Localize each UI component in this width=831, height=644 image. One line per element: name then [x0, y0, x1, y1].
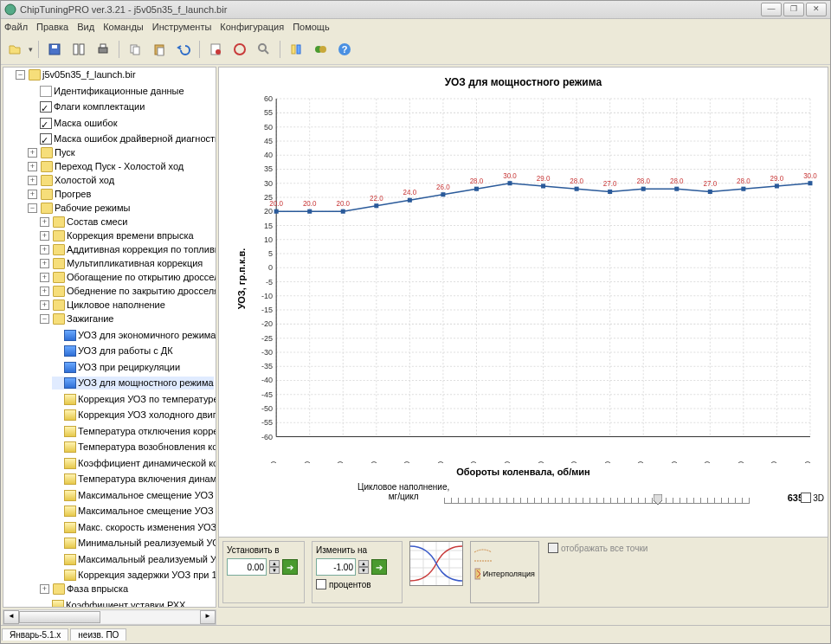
tree-item[interactable]: Температура возобновления коррекции У — [52, 441, 216, 454]
svg-text:28.0: 28.0 — [570, 177, 583, 185]
tree-item[interactable]: Идентификационные данные — [28, 85, 184, 98]
help-button[interactable]: ? — [334, 39, 355, 60]
menu-tools[interactable]: Инструменты — [152, 22, 212, 32]
tree-item[interactable]: Коэффициент уставки РХХ — [40, 599, 185, 609]
set-apply-button[interactable]: ➔ — [282, 559, 298, 575]
menu-config[interactable]: Конфигурация — [220, 22, 284, 32]
settings-button[interactable] — [286, 39, 306, 60]
3d-checkbox[interactable]: 3D — [801, 493, 824, 503]
plugin-button[interactable] — [310, 39, 331, 60]
svg-text:28.0: 28.0 — [670, 177, 684, 185]
tree-item[interactable]: + Холостой ход — [28, 174, 114, 187]
tree-h-scrollbar[interactable]: ◄► — [3, 609, 216, 625]
tree-item[interactable]: Макс. скорость изменения УОЗ — [52, 521, 216, 534]
menu-help[interactable]: Помощь — [293, 22, 330, 32]
open-button[interactable] — [4, 39, 25, 60]
status-tab-1[interactable]: Январь-5.1.x — [2, 628, 68, 641]
compare-button[interactable] — [68, 39, 89, 60]
tree-faza[interactable]: Фаза впрыска — [67, 583, 128, 596]
menu-bar: Файл Правка Вид Команды Инструменты Конф… — [1, 19, 830, 35]
svg-rect-138 — [775, 184, 779, 188]
search-button[interactable] — [254, 39, 274, 60]
tree-item[interactable]: ✓ Флаги комплектации — [28, 100, 145, 113]
show-all-checkbox[interactable]: отображать все точки — [548, 543, 828, 553]
tree-item[interactable]: УОЗ для работы с ДК — [52, 345, 173, 357]
tree-item[interactable]: УОЗ для мощностного режима — [52, 377, 214, 390]
change-value-input[interactable] — [316, 558, 356, 576]
tree-item[interactable]: + Состав смеси — [40, 216, 127, 229]
chart-title: УОЗ для мощностного режима — [219, 76, 828, 88]
tree-item[interactable]: Коррекция задержки УОЗ при 10240 об/м — [52, 569, 216, 582]
tree-item[interactable]: + Аддитивная коррекция по топливной плен… — [40, 243, 216, 256]
map-button[interactable] — [229, 39, 250, 60]
tree-item[interactable]: Максимальный реализуемый УОЗ — [52, 553, 216, 566]
minimize-button[interactable]: — — [761, 3, 782, 16]
set-spinner[interactable]: ▲▼ — [269, 560, 280, 574]
tree-item[interactable]: Минимальный реализуемый УОЗ — [52, 537, 216, 550]
close-button[interactable]: ✕ — [806, 3, 827, 16]
tree-item[interactable]: Максимальное смещение УОЗ при динам — [52, 489, 216, 502]
svg-text:-10: -10 — [261, 292, 273, 300]
tree-item[interactable]: Температура включения динамической ко — [52, 473, 216, 486]
tree-item[interactable]: + Коррекция времени впрыска — [40, 229, 194, 242]
svg-rect-128 — [608, 190, 612, 194]
menu-file[interactable]: Файл — [4, 22, 28, 32]
tree-item[interactable]: Коррекция УОЗ холодного двигателя в мо — [52, 409, 216, 422]
slider-thumb-icon[interactable] — [654, 494, 662, 506]
svg-text:4500: 4500 — [603, 461, 612, 463]
tree-item[interactable]: + Пуск — [28, 146, 75, 159]
svg-text:50: 50 — [264, 123, 273, 132]
tree-item[interactable]: + Переход Пуск - Холостой ход — [28, 160, 184, 173]
svg-text:15: 15 — [264, 222, 273, 230]
svg-rect-2 — [52, 45, 57, 48]
svg-point-14 — [259, 44, 266, 51]
status-tab-2[interactable]: неизв. ПО — [70, 628, 126, 641]
curve2-button[interactable] — [474, 557, 535, 565]
tree-item[interactable]: Коррекция УОЗ по температуре — [52, 393, 216, 406]
tree-item[interactable]: + Обеднение по закрытию дросселя — [40, 285, 216, 298]
svg-point-19 — [319, 46, 326, 53]
svg-text:29.0: 29.0 — [537, 175, 551, 183]
undo-button[interactable] — [173, 39, 194, 60]
tree-item[interactable]: + Мультипликативная коррекция — [40, 257, 203, 270]
curve1-button[interactable] — [474, 545, 535, 554]
paste-button[interactable] — [149, 39, 170, 60]
tree-item[interactable]: ✓ Маска ошибок драйверной диагностики — [28, 132, 216, 145]
svg-rect-132 — [674, 187, 679, 191]
tree-root[interactable]: j5v05n35_f_launch.bir — [42, 68, 136, 81]
tree-item[interactable]: Коэффициент динамической коррекции У — [52, 457, 216, 470]
percent-checkbox[interactable] — [316, 579, 326, 589]
menu-commands[interactable]: Команды — [103, 22, 144, 32]
chart-area[interactable]: УОЗ для мощностного режима УОЗ, гр.п.к.в… — [218, 67, 828, 538]
print-button[interactable] — [93, 39, 113, 60]
tree-item[interactable]: + Обогащение по открытию дросселя — [40, 271, 216, 284]
tree-item[interactable]: УОЗ при рециркуляции — [52, 361, 180, 374]
change-spinner[interactable]: ▲▼ — [358, 560, 369, 574]
set-value-input[interactable] — [227, 558, 267, 576]
tree-view[interactable]: − j5v05n35_f_launch.bir Идентификационны… — [3, 67, 216, 608]
save-button[interactable] — [44, 39, 65, 60]
interp-button[interactable]: Интерполяция — [474, 568, 535, 580]
tree-item[interactable]: Максимальное смещение УОЗ при детона — [52, 505, 216, 518]
chart-plot: -60-55-50-45-40-35-30-25-20-15-10-505101… — [245, 93, 819, 463]
maximize-button[interactable]: ❐ — [783, 3, 804, 16]
menu-edit[interactable]: Правка — [36, 22, 68, 32]
svg-rect-3 — [74, 44, 78, 55]
svg-text:2000: 2000 — [436, 461, 445, 463]
svg-point-0 — [5, 4, 16, 15]
svg-text:-50: -50 — [261, 404, 273, 413]
menu-view[interactable]: Вид — [77, 22, 94, 32]
y-axis-label: УОЗ, гр.п.к.в. — [236, 248, 247, 309]
copy-button[interactable] — [125, 39, 145, 60]
tree-rab[interactable]: Рабочие режимы — [55, 202, 130, 215]
tree-item[interactable]: + Прогрев — [28, 188, 91, 201]
tree-item[interactable]: Температура отключения коррекции УО — [52, 425, 216, 438]
tree-zaz[interactable]: Зажигание — [67, 312, 114, 325]
change-apply-button[interactable]: ➔ — [371, 559, 387, 575]
script-button[interactable] — [205, 39, 226, 60]
tree-item[interactable]: ✓ Маска ошибок — [28, 117, 117, 130]
fill-slider[interactable] — [444, 486, 750, 504]
status-bar: Январь-5.1.x неизв. ПО — [1, 625, 830, 643]
tree-item[interactable]: УОЗ для экономичного режима — [52, 329, 216, 342]
tree-item[interactable]: + Цикловое наполнение — [40, 299, 165, 312]
